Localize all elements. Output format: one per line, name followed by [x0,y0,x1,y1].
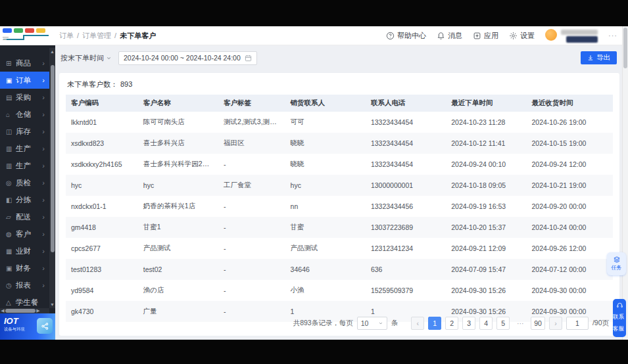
page-scrollbar-thumb[interactable] [623,28,627,68]
table-cell: nn [285,196,366,217]
scroll-down-icon[interactable]: ▼ [49,302,55,307]
sidebar-scrollbar-thumb[interactable] [51,65,55,252]
table-cell: 13323434454 [366,112,446,133]
sidebar-hscrollbar-thumb[interactable] [5,309,36,313]
chevron-right-icon: › [42,214,45,221]
sidebar-item-reports[interactable]: ◷报表› [0,277,49,294]
messages-button[interactable]: 消息 [437,31,462,41]
page-button-1[interactable]: 1 [428,317,441,330]
contact-service-button[interactable]: 联系客服 [613,299,626,337]
date-range-input[interactable]: 2024-10-24 00:00 ~ 2024-10-24 24:00 [118,51,257,65]
sidebar-item-production2[interactable]: ▥生产› [0,157,49,174]
settings-label: 设置 [520,31,535,41]
table-cell: test01283 [66,259,138,280]
table-cell: - [218,259,285,280]
table-cell: - [218,196,285,217]
sidebar-hscrollbar[interactable]: ◀ ▶ [0,308,49,313]
sidebar-scrollbar[interactable]: ▲ ▼ [49,48,55,308]
chevron-right-icon: › [42,196,45,204]
table-cell: - [218,238,285,259]
sidebar-item-label: 仓储 [16,110,31,120]
customers-card: 未下单客户数：893 客户编码客户名称客户标签销货联系人联系人电话最近下单时间最… [59,73,619,336]
table-cell: 13037223689 [366,217,446,238]
page-button-4[interactable]: 4 [479,317,493,330]
user-chip[interactable] [545,29,598,43]
summary-value: 893 [120,80,132,88]
prev-page-button[interactable]: ‹ [411,317,424,330]
sidebar-item-goods[interactable]: ⊞商品› [0,55,49,72]
chevron-right-icon: › [42,60,45,67]
avatar[interactable] [545,29,557,41]
table-row[interactable]: yd9584渔の店-小渔152595093792024-09-30 15:262… [66,280,613,301]
sidebar-item-finance[interactable]: ▣财务› [0,260,49,277]
table-cell: 可可 [285,112,366,133]
table-cell: 2024-10-12 11:41 [446,133,526,154]
table-row[interactable]: cpcs2677产品测试-产品测试123123412342024-09-21 1… [66,238,613,259]
table-cell: 晓晓 [285,154,366,175]
scroll-up-icon[interactable]: ▲ [49,49,55,54]
sidebar-item-orders[interactable]: ▣订单› [0,72,49,89]
table-cell: 广量 [138,301,218,322]
help-button[interactable]: 帮助中心 [386,31,426,41]
apps-label: 应用 [484,31,498,41]
sidebar-item-quality[interactable]: ◎质检› [0,174,49,191]
filter-type-dropdown[interactable]: 按末下单时间 [60,53,112,63]
sidebar-item-label: 商品 [16,58,31,68]
sidebar-item-delivery[interactable]: ▱配送› [0,208,49,225]
page-size-unit: 条 [391,319,399,328]
table-cell: 陈可可南头店 [138,112,218,133]
table-cell: 2024-10-18 09:05 [446,175,526,196]
page-button-2[interactable]: 2 [445,317,458,330]
page-button-5[interactable]: 5 [496,317,510,330]
sidebar-item-customers[interactable]: ◍客户› [0,225,49,242]
main-content: 按末下单时间 2024-10-24 00:00 ~ 2024-10-24 24:… [55,45,622,340]
export-button[interactable]: 导出 [581,51,617,64]
scroll-left-icon[interactable]: ◀ [0,308,5,313]
tasks-float-button[interactable]: 任务 [607,252,626,275]
truck-icon: ▱ [6,214,16,221]
apps-button[interactable]: 应用 [473,31,498,41]
page-size-select[interactable]: 10 [357,317,387,330]
sidebar-item-biz-finance[interactable]: ▦业财› [0,242,49,260]
table-row[interactable]: hychyc工厂食堂hyc130000000012024-10-18 09:05… [66,175,613,196]
page-scrollbar[interactable] [622,26,628,340]
iot-module[interactable]: IOT 设备与环境 [0,313,55,340]
sidebar-item-label: 学生餐 [16,298,39,307]
table-cell: 13323434456 [366,196,446,217]
settings-button[interactable]: 设置 [509,31,535,41]
table-header-row: 客户编码客户名称客户标签销货联系人联系人电话最近下单时间最近收货时间 [66,95,613,112]
sidebar-item-purchase[interactable]: ▤采购› [0,89,49,106]
report-icon: ◷ [6,282,16,289]
grid-icon: ⊞ [6,60,16,67]
biz-finance-icon: ▦ [6,248,16,255]
table-row[interactable]: nxdckx01-1奶香的茶科兴1店-nn133234344562024-09-… [66,196,613,217]
chevron-right-icon: › [42,77,45,84]
table-cell: 12312341234 [366,238,446,259]
page-button-3[interactable]: 3 [462,317,475,330]
table-row[interactable]: lkkntd01陈可可南头店测试2,测试3,测试4...可可1332343445… [66,112,613,133]
table-cell: 2024-07-12 00:00 [527,259,614,280]
scroll-right-icon[interactable]: ▶ [36,308,41,313]
chevron-right-icon: › [42,231,45,238]
sidebar-item-inventory[interactable]: ◫库存› [0,123,49,140]
filter-bar: 按末下单时间 2024-10-24 00:00 ~ 2024-10-24 24:… [55,45,622,70]
page-jump-input[interactable] [566,317,589,330]
sidebar-item-sorting[interactable]: ◧分拣› [0,191,49,208]
app-window: 订单 / 订单管理 / 未下单客户 帮助中心消息应用设置 ··· [0,26,628,340]
sidebar-item-production1[interactable]: ▥生产› [0,140,49,157]
table-cell: 2024-10-21 19:00 [527,175,614,196]
table-row[interactable]: gm4418甘蜜1-甘蜜130372236892024-10-20 15:372… [66,217,613,238]
chevron-right-icon: › [42,111,45,118]
table-cell: gk4730 [66,301,138,322]
page-button-90[interactable]: 90 [531,317,545,330]
user-badge-redacted [566,36,598,43]
sidebar-item-label: 报表 [16,281,31,290]
more-menu[interactable]: ··· [608,32,617,39]
sidebar-item-warehouse[interactable]: ⌂仓储› [0,106,49,123]
next-page-button[interactable]: › [549,317,562,330]
table-row[interactable]: test01283test02-346466362024-07-09 15:47… [66,259,613,280]
breadcrumb-orders[interactable]: 订单 [59,31,74,41]
table-row[interactable]: xsdkxd823喜士多科兴店福田区晓晓133234344542024-10-1… [66,133,613,154]
breadcrumb-order-mgmt[interactable]: 订单管理 [82,31,111,41]
table-row[interactable]: xsdkxkxy2h4165喜士多科兴科学园2号1...-晓晓133234344… [66,154,613,175]
